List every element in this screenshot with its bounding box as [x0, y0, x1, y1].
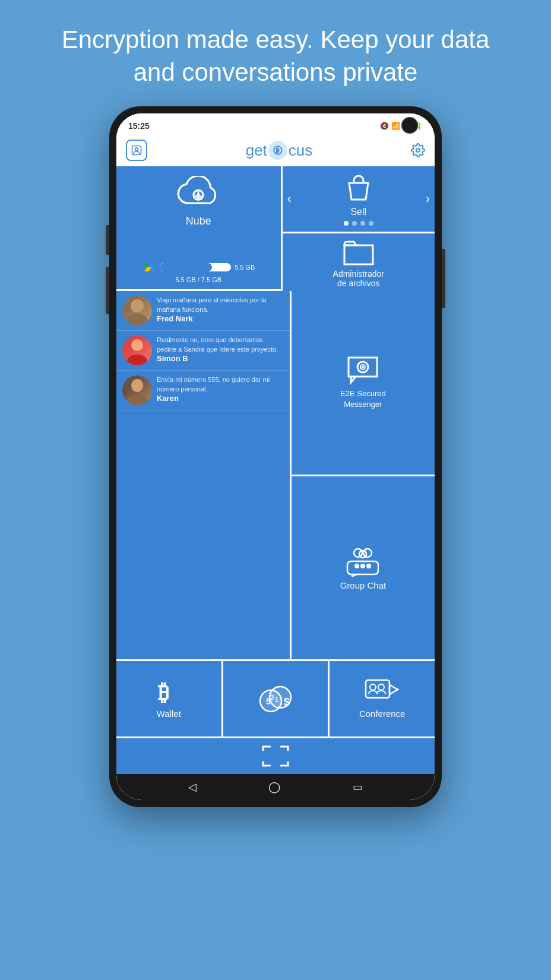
recents-button[interactable]: ▭ — [353, 780, 363, 794]
conference-icon — [365, 679, 400, 705]
bag-icon — [343, 172, 374, 203]
profile-button[interactable] — [126, 140, 147, 161]
google-drive-icon — [142, 261, 156, 274]
exchange-cell[interactable]: 5 2 1 $ — [223, 661, 330, 736]
svg-point-1 — [135, 148, 138, 151]
msg-text-karen: Envía mi número 555, no quiero dar mi nú… — [157, 375, 284, 394]
bottom-bar: ◁ ◯ ▭ — [116, 774, 435, 800]
files-label: Administradorde archivos — [333, 269, 384, 288]
phone-screen: 15:25 🔇 📶 ⏰ 🔋 get — [116, 113, 435, 800]
wifi-icon: 📶 — [391, 122, 400, 130]
dot-3 — [360, 221, 365, 226]
wallet-label: Wallet — [157, 709, 181, 719]
row-2: Viajo mañana pero el miércoles por la ma… — [116, 291, 435, 661]
app-grid: Nube 5.5 — [116, 166, 435, 774]
svg-point-24 — [370, 684, 376, 690]
group-chat-cell[interactable]: Group Chat — [292, 476, 435, 660]
conference-cell[interactable]: Conference — [330, 661, 435, 736]
svg-point-14 — [360, 564, 365, 568]
avatar-simon — [122, 336, 152, 365]
storage-total: 5.5 GB / 7.5 GB — [175, 276, 221, 283]
svg-text:₿: ₿ — [276, 148, 278, 153]
msg-text-simon: Realmente no, creo que deberíamos pedirl… — [157, 336, 284, 354]
phone-device: 15:25 🔇 📶 ⏰ 🔋 get — [109, 106, 442, 807]
dot-2 — [352, 221, 357, 226]
msg-content-simon: Realmente no, creo que deberíamos pedirl… — [157, 336, 284, 364]
row-1: Nube 5.5 — [116, 166, 435, 291]
e2e-label: E2E SecuredMessenger — [340, 388, 386, 410]
svg-point-8 — [362, 366, 364, 368]
wallet-cell[interactable]: ₿ Wallet — [116, 661, 223, 736]
right-bottom-col: E2E SecuredMessenger — [292, 291, 435, 659]
msg-name-simon: Simon B — [157, 354, 284, 363]
message-item-simon[interactable]: Realmente no, creo que deberíamos pedirl… — [116, 331, 290, 371]
svg-point-15 — [366, 564, 371, 568]
app-logo: get ₿ cus — [246, 141, 313, 160]
msg-name-karen: Karen — [157, 394, 284, 403]
cloud-icon — [175, 176, 222, 211]
row-3: ₿ Wallet 5 2 1 $ — [116, 661, 435, 738]
home-button[interactable]: ◯ — [268, 780, 280, 794]
svg-rect-23 — [366, 680, 390, 698]
e2e-cell[interactable]: E2E SecuredMessenger — [292, 291, 435, 476]
scanner-icon — [261, 744, 290, 768]
status-bar: 15:25 🔇 📶 ⏰ 🔋 — [116, 113, 435, 135]
svg-point-13 — [354, 564, 359, 568]
svg-point-25 — [378, 684, 384, 690]
status-time: 15:25 — [128, 121, 150, 131]
msg-name-fred: Fred Nerk — [157, 314, 284, 323]
svg-text:$: $ — [284, 696, 290, 708]
right-top-col: ‹ › Sell — [283, 166, 435, 289]
svg-point-10 — [363, 549, 372, 557]
hero-text: Encryption made easy. Keep your data and… — [0, 0, 551, 106]
sell-label: Sell — [350, 207, 366, 217]
svg-text:₿: ₿ — [158, 680, 169, 705]
exchange-icon: 5 2 1 $ — [258, 684, 293, 714]
next-arrow[interactable]: › — [426, 191, 430, 207]
dot-4 — [369, 221, 373, 226]
bitcoin-icon: ₿ — [156, 679, 182, 705]
sell-cell[interactable]: ‹ › Sell — [283, 166, 435, 233]
msg-content-karen: Envía mi número 555, no quiero dar mi nú… — [157, 375, 284, 404]
folder-icon — [343, 239, 374, 265]
messages-cell[interactable]: Viajo mañana pero el miércoles por la ma… — [116, 291, 292, 659]
group-chat-icon — [345, 545, 381, 577]
settings-button[interactable] — [411, 143, 425, 157]
msg-text-fred: Viajo mañana pero el miércoles por la ma… — [157, 296, 284, 314]
mute-icon: 🔇 — [380, 122, 389, 130]
svg-point-4 — [416, 148, 420, 152]
messenger-icon — [346, 355, 379, 385]
nube-cell[interactable]: Nube 5.5 — [116, 166, 283, 289]
app-header: get ₿ cus — [116, 135, 435, 166]
group-chat-label: Group Chat — [340, 580, 387, 590]
svg-text:2: 2 — [270, 694, 274, 702]
svg-text:1: 1 — [275, 696, 278, 703]
dot-1 — [344, 221, 349, 226]
back-button[interactable]: ◁ — [188, 780, 197, 794]
prev-arrow[interactable]: ‹ — [287, 191, 292, 207]
storage-used: 5.5 GB — [235, 264, 255, 271]
svg-point-9 — [354, 549, 362, 557]
scanner-cell[interactable] — [116, 738, 435, 774]
message-item-fred[interactable]: Viajo mañana pero el miércoles por la ma… — [116, 291, 290, 331]
conference-label: Conference — [359, 709, 406, 719]
message-item-karen[interactable]: Envía mi número 555, no quiero dar mi nú… — [116, 371, 290, 410]
avatar-fred — [122, 296, 152, 325]
files-cell[interactable]: Administradorde archivos — [283, 233, 435, 294]
nube-label: Nube — [186, 215, 211, 227]
msg-content-fred: Viajo mañana pero el miércoles por la ma… — [157, 296, 284, 324]
avatar-karen — [122, 375, 152, 405]
